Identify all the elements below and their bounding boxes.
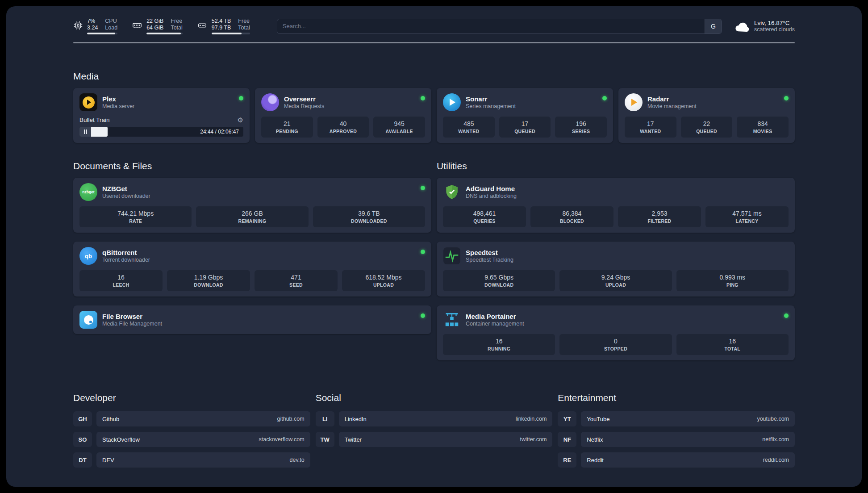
stat-ping: 0.993 ms PING xyxy=(676,270,789,291)
bookmark-youtube: YT YouTube youtube.com xyxy=(558,411,795,426)
stat-stopped: 0 STOPPED xyxy=(559,334,672,355)
app-card-qbittorrent: qb qBittorrent Torrent downloader 16 LEE… xyxy=(73,242,431,297)
plex-progress-bar[interactable]: 24:44 / 02:06:47 xyxy=(79,127,243,137)
bookmark-dev: DT DEV dev.to xyxy=(73,452,310,468)
disk-metric: 52.4 TB Free 97.9 TB Total xyxy=(197,18,250,34)
stat-label: LATENCY xyxy=(707,218,787,224)
cpu-percent: 7% xyxy=(87,18,98,24)
status-dot xyxy=(784,313,789,318)
bookmark-url: youtube.com xyxy=(757,416,789,422)
app-title: qBittorrent xyxy=(102,249,416,256)
search-input[interactable] xyxy=(277,19,705,33)
filebrowser-icon xyxy=(79,311,97,329)
app-title: Speedtest xyxy=(466,249,789,256)
bookmark-abbr: TW xyxy=(316,432,334,447)
stat-value: 17 xyxy=(501,120,549,127)
app-subtitle: Torrent downloader xyxy=(102,257,416,263)
bookmark-name: Reddit xyxy=(587,457,604,464)
app-subtitle: Movie management xyxy=(647,103,779,109)
bookmark-link-twitter[interactable]: Twitter twitter.com xyxy=(339,432,553,447)
stat-download: 9.65 Gbps DOWNLOAD xyxy=(443,270,555,291)
app-title: AdGuard Home xyxy=(466,185,789,192)
bookmark-link-stackoverflow[interactable]: StackOverflow stackoverflow.com xyxy=(96,432,310,447)
app-card-adguard: AdGuard Home DNS and adblocking 498,461 … xyxy=(437,178,795,233)
bookmark-name: StackOverflow xyxy=(102,436,140,443)
status-dot xyxy=(421,250,425,254)
bookmark-link-youtube[interactable]: YouTube youtube.com xyxy=(581,411,795,426)
app-speedtest[interactable]: Speedtest Speedtest Tracking xyxy=(443,247,789,265)
app-subtitle: Series management xyxy=(466,103,597,109)
bookmark-url: netflix.com xyxy=(762,436,789,443)
app-sonarr[interactable]: Sonarr Series management xyxy=(443,93,607,111)
app-card-radarr: Radarr Movie management 17 WANTED 22 QUE… xyxy=(618,88,795,143)
stat-downloaded: 39.6 TB DOWNLOADED xyxy=(313,206,425,227)
stat-value: 196 xyxy=(557,120,605,127)
stat-wanted: 485 WANTED xyxy=(443,117,495,138)
cpu-icon xyxy=(73,21,83,30)
stat-label: UPLOAD xyxy=(344,282,423,288)
disk-label-top: Free xyxy=(238,18,250,24)
bookmark-abbr: NF xyxy=(558,432,576,447)
stat-upload: 618.52 Mbps UPLOAD xyxy=(342,270,425,291)
app-subtitle: Speedtest Tracking xyxy=(466,257,789,263)
app-card-portainer: Media Portainer Container management 16 … xyxy=(437,305,795,360)
weather-widget: Lviv, 16.87°C scattered clouds xyxy=(734,20,795,33)
stat-label: QUERIES xyxy=(445,218,524,224)
stat-label: SERIES xyxy=(557,129,605,134)
stat-download: 1.19 Gbps DOWNLOAD xyxy=(167,270,250,291)
top-bar: 7% CPU 3.24 Load 22 GiB Free 64 GiB Tota… xyxy=(73,18,795,34)
ram-total-value: 64 GiB xyxy=(146,25,163,31)
stat-movies: 834 MOVIES xyxy=(737,117,789,138)
bookmark-link-netflix[interactable]: Netflix netflix.com xyxy=(581,432,795,447)
stat-label: DOWNLOAD xyxy=(445,282,553,288)
stat-label: RUNNING xyxy=(445,346,553,351)
search-engine-button[interactable]: G xyxy=(705,19,722,33)
bookmark-link-github[interactable]: Github github.com xyxy=(96,411,310,426)
app-nzbget[interactable]: nzbget NZBGet Usenet downloader xyxy=(79,183,425,201)
stat-value: 86,384 xyxy=(532,210,612,217)
section-title-developer: Developer xyxy=(73,393,310,403)
section-title-documents: Documents & Files xyxy=(73,161,431,171)
app-overseerr[interactable]: Overseerr Media Requests xyxy=(261,93,425,111)
stat-label: BLOCKED xyxy=(532,218,612,224)
app-adguard[interactable]: AdGuard Home DNS and adblocking xyxy=(443,183,789,201)
bookmark-link-reddit[interactable]: Reddit reddit.com xyxy=(581,452,795,468)
bookmark-name: DEV xyxy=(102,457,114,464)
status-dot xyxy=(784,96,789,100)
app-plex[interactable]: Plex Media server xyxy=(79,93,243,111)
progress-track[interactable] xyxy=(91,127,196,137)
stat-label: LEECH xyxy=(81,282,161,288)
cpu-load-value: 3.24 xyxy=(87,25,98,31)
stat-upload: 9.24 Gbps UPLOAD xyxy=(559,270,672,291)
app-portainer[interactable]: Media Portainer Container management xyxy=(443,311,789,329)
pause-icon xyxy=(84,130,87,134)
nzbget-icon: nzbget xyxy=(79,183,97,201)
stat-value: 834 xyxy=(739,120,787,127)
bookmark-abbr: LI xyxy=(316,411,334,426)
gear-icon[interactable]: ⚙ xyxy=(238,117,243,123)
stat-running: 16 RUNNING xyxy=(443,334,555,355)
bookmark-link-linkedin[interactable]: LinkedIn linkedin.com xyxy=(339,411,553,426)
section-title-entertainment: Entertainment xyxy=(558,393,795,403)
app-qbittorrent[interactable]: qb qBittorrent Torrent downloader xyxy=(79,247,425,265)
bookmark-url: dev.to xyxy=(290,457,305,463)
cpu-usage-bar xyxy=(87,33,117,34)
stat-label: WANTED xyxy=(626,129,675,134)
stat-seed: 471 SEED xyxy=(255,270,338,291)
bookmark-link-dev[interactable]: DEV dev.to xyxy=(96,452,310,468)
stat-filtered: 2,953 FILTERED xyxy=(618,206,701,227)
app-filebrowser[interactable]: File Browser Media File Management xyxy=(79,311,425,329)
app-title: Radarr xyxy=(647,95,779,103)
stat-series: 196 SERIES xyxy=(555,117,607,138)
bookmark-url: github.com xyxy=(277,416,305,422)
bookmark-abbr: SO xyxy=(73,432,92,447)
app-card-overseerr: Overseerr Media Requests 21 PENDING 40 A… xyxy=(255,88,431,143)
bookmark-abbr: YT xyxy=(558,411,576,426)
ram-label-bottom: Total xyxy=(171,25,182,31)
pause-button[interactable] xyxy=(79,127,91,137)
app-subtitle: Container management xyxy=(466,321,779,327)
app-radarr[interactable]: Radarr Movie management xyxy=(625,93,789,111)
stat-value: 0.993 ms xyxy=(678,274,787,281)
stat-value: 498,461 xyxy=(445,210,524,217)
ram-metric: 22 GiB Free 64 GiB Total xyxy=(132,18,183,34)
